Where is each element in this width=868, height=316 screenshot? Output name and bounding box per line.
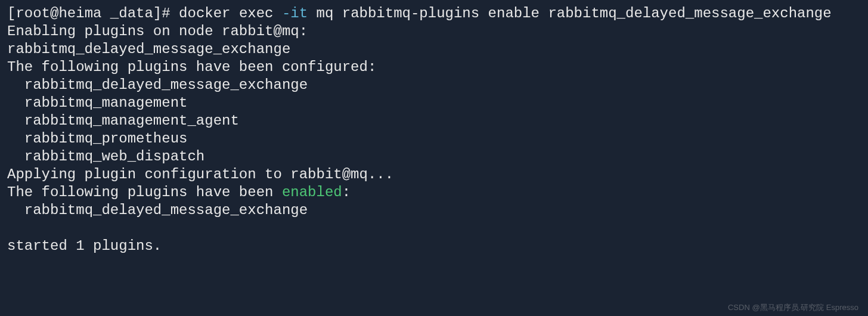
output-enabled-prefix: The following plugins have been [7,184,282,200]
output-enabled-word: enabled [282,184,342,200]
output-configured-header: The following plugins have been configur… [7,59,376,75]
output-plugin-name: rabbitmq_delayed_message_exchange [7,41,290,57]
prompt-user-host: root@heima [16,5,101,21]
prompt-close-bracket: ] [153,5,162,21]
output-applying: Applying plugin configuration to rabbit@… [7,166,393,182]
terminal-output[interactable]: [root@heima _data]# docker exec -it mq r… [7,5,861,255]
prompt-hash: # [162,5,170,21]
output-enabling: Enabling plugins on node rabbit@mq: [7,23,308,39]
configured-plugin-item: rabbitmq_prometheus [24,131,188,147]
prompt-cwd: _data [110,5,153,21]
configured-plugin-item: rabbitmq_management_agent [24,113,239,129]
command-flag: -it [282,5,308,21]
configured-plugin-item: rabbitmq_delayed_message_exchange [24,77,308,93]
output-enabled-suffix: : [342,184,351,200]
prompt-open-bracket: [ [7,5,16,21]
watermark-text: CSDN @黑马程序员.研究院 Espresso [728,303,858,312]
configured-plugin-item: rabbitmq_management [24,95,188,111]
output-started: started 1 plugins. [7,238,162,254]
configured-plugin-item: rabbitmq_web_dispatch [24,148,204,165]
enabled-plugin-item: rabbitmq_delayed_message_exchange [24,202,308,218]
prompt-space [101,5,110,21]
command-args: mq rabbitmq-plugins enable rabbitmq_dela… [308,5,832,21]
command-docker: docker exec [179,5,282,21]
